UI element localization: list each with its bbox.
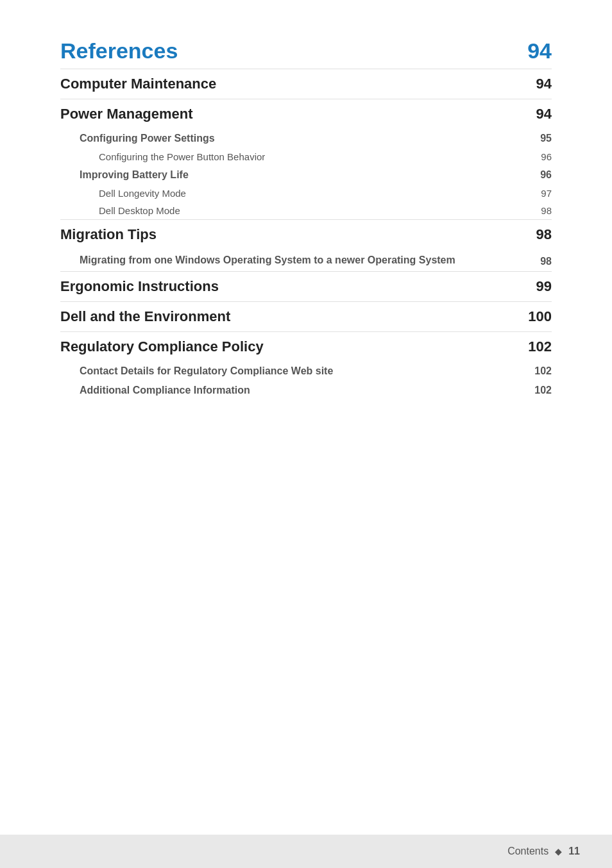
toc-entry-power-button-behavior[interactable]: Configuring the Power Button Behavior 96: [60, 148, 552, 165]
toc-entry-dell-desktop-mode[interactable]: Dell Desktop Mode 98: [60, 202, 552, 219]
toc-page: 97: [541, 188, 552, 199]
toc-page: 98: [540, 256, 552, 267]
section-title-page: 94: [527, 38, 552, 63]
toc-page: 98: [541, 205, 552, 216]
toc-label: Dell Desktop Mode: [99, 205, 180, 216]
footer-label: Contents: [507, 846, 548, 857]
toc-entry-contact-details[interactable]: Contact Details for Regulatory Complianc…: [60, 362, 552, 381]
footer: Contents ◆ 11: [0, 835, 612, 868]
toc-page: 98: [536, 226, 552, 243]
toc-label: Improving Battery Life: [80, 169, 189, 181]
toc-page: 102: [528, 338, 552, 355]
toc-entry-additional-compliance[interactable]: Additional Compliance Information 102: [60, 381, 552, 400]
section-header: References 94: [60, 38, 552, 63]
footer-page: 11: [568, 846, 580, 857]
toc-label: Power Management: [60, 106, 193, 122]
toc-entry-computer-maintenance[interactable]: Computer Maintenance 94: [60, 69, 552, 99]
toc-label: Configuring Power Settings: [80, 133, 215, 144]
toc-entry-ergonomic-instructions[interactable]: Ergonomic Instructions 99: [60, 271, 552, 301]
toc-page: 94: [536, 76, 552, 92]
toc-page: 96: [541, 151, 552, 162]
toc-page: 102: [534, 365, 552, 377]
toc-entry-regulatory-compliance[interactable]: Regulatory Compliance Policy 102: [60, 331, 552, 362]
toc-entry-configuring-power-settings[interactable]: Configuring Power Settings 95: [60, 129, 552, 148]
toc-entry-migration-tips[interactable]: Migration Tips 98: [60, 219, 552, 249]
toc-page: 99: [536, 278, 552, 295]
footer-content: Contents ◆ 11: [507, 846, 580, 857]
toc-page: 100: [528, 308, 552, 325]
section-title: References: [60, 38, 178, 63]
toc-label: Migration Tips: [60, 226, 157, 243]
toc-label: Computer Maintenance: [60, 76, 216, 92]
toc-label: Contact Details for Regulatory Complianc…: [80, 365, 333, 377]
toc-entry-dell-longevity-mode[interactable]: Dell Longevity Mode 97: [60, 185, 552, 202]
toc-entry-improving-battery-life[interactable]: Improving Battery Life 96: [60, 165, 552, 185]
toc-entry-power-management[interactable]: Power Management 94: [60, 99, 552, 129]
footer-diamond-icon: ◆: [555, 846, 562, 856]
toc-entry-dell-environment[interactable]: Dell and the Environment 100: [60, 301, 552, 331]
toc-page: 95: [540, 133, 552, 144]
toc-label: Additional Compliance Information: [80, 385, 250, 396]
toc-label: Migrating from one Windows Operating Sys…: [80, 253, 455, 267]
toc-page: 102: [534, 385, 552, 396]
toc-label: Dell and the Environment: [60, 308, 230, 325]
toc-page: 96: [540, 169, 552, 181]
toc-label: Regulatory Compliance Policy: [60, 338, 264, 355]
toc-label: Ergonomic Instructions: [60, 278, 219, 295]
toc-entry-migrating-windows[interactable]: Migrating from one Windows Operating Sys…: [60, 249, 552, 271]
toc-page: 94: [536, 106, 552, 122]
toc-label: Dell Longevity Mode: [99, 188, 186, 199]
page-content: References 94 Computer Maintenance 94 Po…: [0, 0, 612, 477]
toc-label: Configuring the Power Button Behavior: [99, 151, 265, 162]
